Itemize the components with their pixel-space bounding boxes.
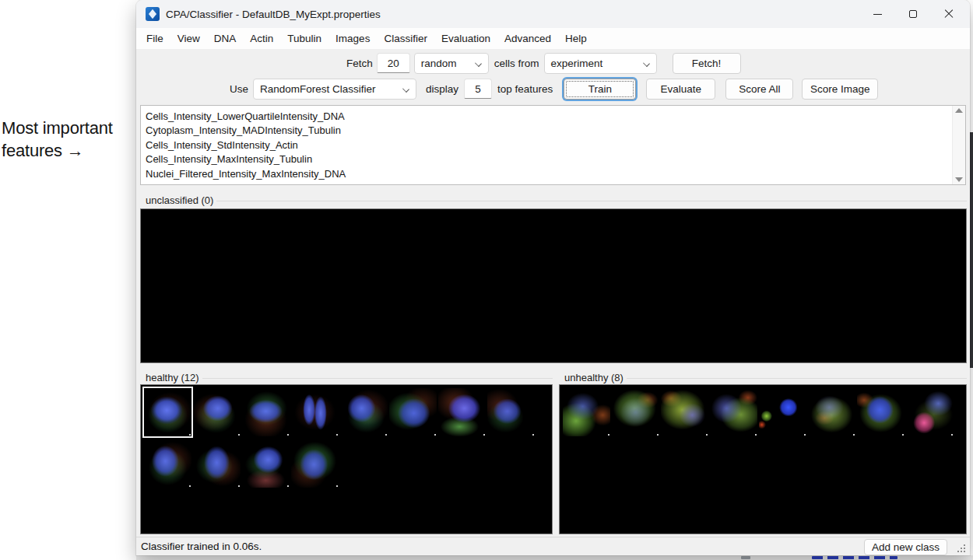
healthy-bin[interactable] xyxy=(140,384,553,534)
score-all-button[interactable]: Score All xyxy=(725,79,793,100)
status-message: Classifier trained in 0.06s. xyxy=(141,541,262,552)
top-features-label: top features xyxy=(497,83,553,95)
menu-item-file[interactable]: File xyxy=(139,28,170,49)
unhealthy-cell-tile[interactable] xyxy=(906,388,954,436)
unhealthy-label: unhealthy (8) xyxy=(559,372,627,383)
feature-list-item[interactable]: Nuclei_Filtered_Intensity_MaxIntensity_D… xyxy=(146,167,952,181)
background-strip-text-fragment xyxy=(812,556,897,559)
feature-list-item[interactable]: Cells_Intensity_MaxIntensity_Tubulin xyxy=(146,152,952,166)
cells-from-label: cells from xyxy=(494,58,539,69)
feature-list-item[interactable]: Cells_Intensity_StdIntensity_Actin xyxy=(146,138,952,152)
app-icon xyxy=(146,7,160,21)
fetch-source-dropdown[interactable]: experiment xyxy=(544,53,657,74)
unhealthy-cell-tile[interactable] xyxy=(563,388,610,436)
features-items: Cells_Intensity_LowerQuartileIntensity_D… xyxy=(141,106,952,184)
healthy-cell-tile[interactable] xyxy=(193,439,241,488)
fetch-count-input[interactable] xyxy=(377,53,410,73)
classifier-dropdown[interactable]: RandomForest Classifier xyxy=(253,79,416,100)
unhealthy-cell-tile[interactable] xyxy=(612,388,659,436)
menu-item-view[interactable]: View xyxy=(170,28,207,49)
titlebar[interactable]: CPA/Classifier - DefaultDB_MyExpt.proper… xyxy=(136,0,970,28)
healthy-cell-tile[interactable] xyxy=(487,388,535,436)
maximize-icon xyxy=(909,10,917,18)
menu-item-dna[interactable]: DNA xyxy=(207,28,244,49)
chevron-down-icon xyxy=(475,60,482,67)
background-strip-fragment xyxy=(741,556,750,559)
menu-item-images[interactable]: Images xyxy=(328,28,377,49)
fetch-controls-row: Fetch random cells from experiment Fetch… xyxy=(346,52,741,74)
chevron-down-icon xyxy=(402,86,409,93)
unclassified-bin[interactable] xyxy=(140,208,967,363)
display-count-input[interactable] xyxy=(464,79,492,99)
classifier-value: RandomForest Classifier xyxy=(260,83,376,95)
display-label: display xyxy=(426,83,458,95)
feature-list-item[interactable]: Cytoplasm_Intensity_MADIntensity_Tubulin xyxy=(146,124,952,138)
unhealthy-cell-tile[interactable] xyxy=(661,388,708,436)
add-new-class-button[interactable]: Add new class xyxy=(864,539,947,555)
train-controls-row: Use RandomForest Classifier display top … xyxy=(230,78,878,100)
healthy-cell-tile[interactable] xyxy=(340,388,388,436)
status-bar: Classifier trained in 0.06s. Add new cla… xyxy=(136,537,970,555)
fetch-source-value: experiment xyxy=(551,58,603,69)
menu-item-classifier[interactable]: Classifier xyxy=(377,28,434,49)
use-label: Use xyxy=(230,83,248,95)
menu-item-evaluation[interactable]: Evaluation xyxy=(434,28,497,49)
healthy-cell-tile[interactable] xyxy=(242,439,290,488)
healthy-cell-tile[interactable] xyxy=(291,388,339,436)
unhealthy-cell-tile[interactable] xyxy=(759,388,806,436)
healthy-cell-tile[interactable] xyxy=(389,388,437,436)
minimize-button[interactable] xyxy=(859,0,895,28)
unhealthy-bin[interactable] xyxy=(559,384,967,534)
cpa-classifier-window: CPA/Classifier - DefaultDB_MyExpt.proper… xyxy=(136,0,970,555)
menu-item-actin[interactable]: Actin xyxy=(243,28,280,49)
scroll-up-icon[interactable] xyxy=(955,108,963,113)
group-divider xyxy=(216,201,967,201)
healthy-cell-tile[interactable] xyxy=(291,439,339,488)
fetch-button[interactable]: Fetch! xyxy=(673,53,741,74)
annotation-line1: Most important xyxy=(2,117,113,139)
close-icon xyxy=(944,9,954,19)
feature-list-item[interactable]: Cells_Intensity_LowerQuartileIntensity_D… xyxy=(146,110,952,124)
fetch-order-dropdown[interactable]: random xyxy=(414,53,489,74)
evaluate-button[interactable]: Evaluate xyxy=(646,79,715,100)
menu-item-tubulin[interactable]: Tubulin xyxy=(280,28,328,49)
chevron-down-icon xyxy=(643,60,650,67)
window-title: CPA/Classifier - DefaultDB_MyExpt.proper… xyxy=(166,9,381,20)
annotation-line2: features → xyxy=(2,139,113,162)
score-image-button[interactable]: Score Image xyxy=(802,79,878,100)
fetch-order-value: random xyxy=(421,58,457,69)
close-button[interactable] xyxy=(931,0,967,28)
unhealthy-cell-tile[interactable] xyxy=(808,388,855,436)
healthy-cell-tile[interactable] xyxy=(242,388,290,436)
healthy-group-header: healthy (12) xyxy=(140,372,553,383)
features-scrollbar[interactable] xyxy=(952,106,965,184)
train-button[interactable]: Train xyxy=(564,79,636,100)
background-window-bottom-strip xyxy=(136,555,973,560)
healthy-cell-tile[interactable] xyxy=(438,388,486,436)
healthy-cell-tile[interactable] xyxy=(144,439,191,488)
fetch-label: Fetch xyxy=(346,58,373,69)
healthy-cell-tile[interactable] xyxy=(193,388,241,436)
minimize-icon xyxy=(873,14,882,15)
unhealthy-group-header: unhealthy (8) xyxy=(559,372,967,383)
menu-bar: FileViewDNAActinTubulinImagesClassifierE… xyxy=(136,28,970,49)
resize-grip[interactable] xyxy=(956,543,966,553)
screenshot-root: Most important features → CPA/Classifier… xyxy=(0,0,973,560)
healthy-label: healthy (12) xyxy=(140,372,202,383)
group-divider xyxy=(202,378,553,379)
menu-item-advanced[interactable]: Advanced xyxy=(497,28,558,49)
unhealthy-cell-tile[interactable] xyxy=(857,388,905,436)
important-features-list[interactable]: Cells_Intensity_LowerQuartileIntensity_D… xyxy=(140,105,966,185)
unhealthy-cell-tile[interactable] xyxy=(710,388,757,436)
group-divider xyxy=(627,378,967,379)
annotation-most-important-features: Most important features → xyxy=(2,117,113,162)
unclassified-group-header: unclassified (0) xyxy=(140,194,967,206)
menu-item-help[interactable]: Help xyxy=(558,28,594,49)
scroll-down-icon[interactable] xyxy=(955,177,963,182)
unclassified-label: unclassified (0) xyxy=(140,194,216,206)
window-controls xyxy=(859,0,967,28)
healthy-cell-tile[interactable] xyxy=(144,388,191,436)
maximize-button[interactable] xyxy=(895,0,931,28)
